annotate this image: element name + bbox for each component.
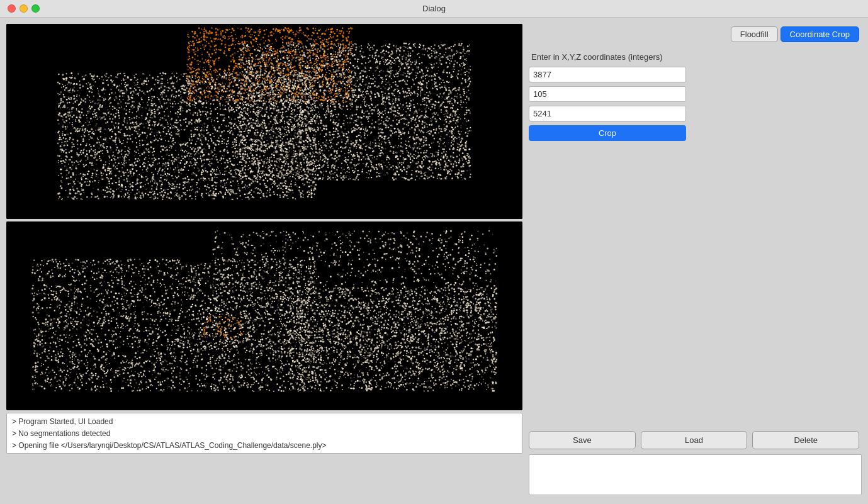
spacer — [529, 151, 862, 426]
log-line-1: > Program Started, UI Loaded — [12, 416, 517, 428]
save-button[interactable]: Save — [529, 431, 636, 449]
bottom-buttons: Save Load Delete — [529, 431, 862, 449]
coord-label: Enter in X,Y,Z coordinates (integers) — [529, 52, 862, 62]
x-input[interactable] — [529, 67, 686, 82]
bottom-viewport[interactable] — [6, 221, 522, 410]
close-button[interactable] — [8, 4, 16, 13]
load-button[interactable]: Load — [641, 431, 748, 449]
coordinate-section: Enter in X,Y,Z coordinates (integers) Cr… — [529, 47, 862, 146]
tool-buttons: Floodfill Coordinate Crop — [529, 26, 862, 42]
title-bar: Dialog — [0, 0, 868, 18]
top-viewport[interactable] — [6, 24, 522, 219]
window-title: Dialog — [422, 4, 446, 13]
coordinate-crop-button[interactable]: Coordinate Crop — [781, 26, 859, 42]
right-panel: Floodfill Coordinate Crop Enter in X,Y,Z… — [529, 24, 862, 498]
delete-button[interactable]: Delete — [752, 431, 859, 449]
log-line-3: > Opening file </Users/larynqi/Desktop/C… — [12, 440, 517, 452]
z-input[interactable] — [529, 106, 686, 121]
bottom-viewport-canvas — [6, 221, 522, 410]
left-panel: > Program Started, UI Loaded > No segmen… — [6, 24, 522, 498]
crop-button[interactable]: Crop — [529, 125, 686, 141]
minimize-button[interactable] — [20, 4, 28, 13]
log-line-2: > No segmentations detected — [12, 428, 517, 440]
main-container: > Program Started, UI Loaded > No segmen… — [0, 18, 868, 504]
y-input[interactable] — [529, 86, 686, 102]
right-text-area — [529, 454, 862, 495]
maximize-button[interactable] — [31, 4, 40, 13]
floodfill-button[interactable]: Floodfill — [731, 26, 778, 42]
traffic-lights — [8, 4, 40, 13]
log-area: > Program Started, UI Loaded > No segmen… — [6, 413, 522, 454]
top-viewport-canvas — [6, 24, 522, 219]
